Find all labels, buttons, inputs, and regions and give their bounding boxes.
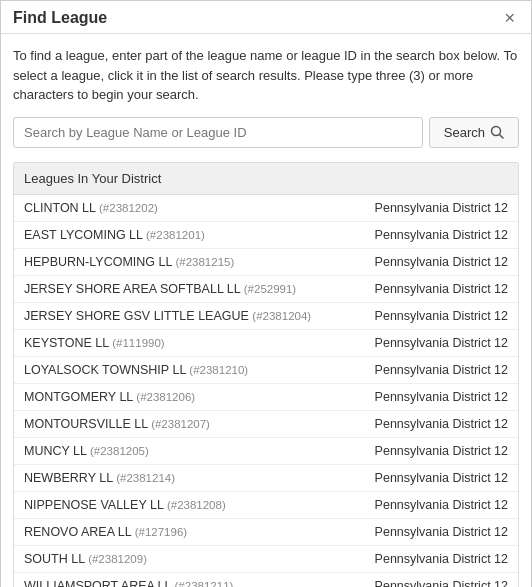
- league-id: (#2381202): [99, 202, 158, 214]
- league-name: JERSEY SHORE AREA SOFTBALL LL (#252991): [24, 282, 296, 296]
- league-list: CLINTON LL (#2381202)Pennsylvania Distri…: [14, 195, 518, 588]
- league-name: NEWBERRY LL (#2381214): [24, 471, 175, 485]
- league-row[interactable]: JERSEY SHORE AREA SOFTBALL LL (#252991)P…: [14, 276, 518, 303]
- league-district: Pennsylvania District 12: [375, 579, 508, 588]
- league-id: (#2381201): [146, 229, 205, 241]
- find-league-dialog: Find League × To find a league, enter pa…: [0, 0, 532, 587]
- league-name: MONTGOMERY LL (#2381206): [24, 390, 195, 404]
- close-button[interactable]: ×: [500, 9, 519, 27]
- league-name: SOUTH LL (#2381209): [24, 552, 147, 566]
- league-district: Pennsylvania District 12: [375, 390, 508, 404]
- search-icon: [490, 125, 504, 139]
- league-name: MONTOURSVILLE LL (#2381207): [24, 417, 210, 431]
- dialog-header: Find League ×: [1, 1, 531, 34]
- search-input[interactable]: [13, 117, 423, 148]
- league-row[interactable]: LOYALSOCK TOWNSHIP LL (#2381210)Pennsylv…: [14, 357, 518, 384]
- league-id: (#127196): [135, 526, 187, 538]
- svg-line-1: [500, 135, 504, 139]
- league-id: (#2381205): [90, 445, 149, 457]
- league-id: (#2381210): [189, 364, 248, 376]
- dialog-title: Find League: [13, 9, 107, 27]
- dialog-body: To find a league, enter part of the leag…: [1, 34, 531, 587]
- league-row[interactable]: NEWBERRY LL (#2381214)Pennsylvania Distr…: [14, 465, 518, 492]
- league-id: (#2381206): [136, 391, 195, 403]
- league-row[interactable]: NIPPENOSE VALLEY LL (#2381208)Pennsylvan…: [14, 492, 518, 519]
- league-name: RENOVO AREA LL (#127196): [24, 525, 187, 539]
- league-row[interactable]: JERSEY SHORE GSV LITTLE LEAGUE (#2381204…: [14, 303, 518, 330]
- league-name: JERSEY SHORE GSV LITTLE LEAGUE (#2381204…: [24, 309, 311, 323]
- league-row[interactable]: MONTOURSVILLE LL (#2381207)Pennsylvania …: [14, 411, 518, 438]
- league-row[interactable]: HEPBURN-LYCOMING LL (#2381215)Pennsylvan…: [14, 249, 518, 276]
- league-id: (#2381211): [175, 580, 234, 588]
- league-district: Pennsylvania District 12: [375, 363, 508, 377]
- search-row: Search: [13, 117, 519, 148]
- league-row[interactable]: WILLIAMSPORT AREA LL (#2381211)Pennsylva…: [14, 573, 518, 588]
- league-name: CLINTON LL (#2381202): [24, 201, 158, 215]
- league-district: Pennsylvania District 12: [375, 552, 508, 566]
- league-district: Pennsylvania District 12: [375, 417, 508, 431]
- description-text: To find a league, enter part of the leag…: [13, 46, 519, 105]
- league-district: Pennsylvania District 12: [375, 228, 508, 242]
- section-header: Leagues In Your District: [14, 163, 518, 195]
- league-name: WILLIAMSPORT AREA LL (#2381211): [24, 579, 233, 588]
- league-row[interactable]: KEYSTONE LL (#111990)Pennsylvania Distri…: [14, 330, 518, 357]
- league-row[interactable]: RENOVO AREA LL (#127196)Pennsylvania Dis…: [14, 519, 518, 546]
- league-name: HEPBURN-LYCOMING LL (#2381215): [24, 255, 234, 269]
- league-name: LOYALSOCK TOWNSHIP LL (#2381210): [24, 363, 248, 377]
- results-area: Leagues In Your District CLINTON LL (#23…: [13, 162, 519, 588]
- league-name: KEYSTONE LL (#111990): [24, 336, 165, 350]
- league-id: (#2381209): [88, 553, 147, 565]
- search-button-label: Search: [444, 125, 485, 140]
- league-id: (#2381215): [175, 256, 234, 268]
- league-name: NIPPENOSE VALLEY LL (#2381208): [24, 498, 226, 512]
- league-district: Pennsylvania District 12: [375, 201, 508, 215]
- league-row[interactable]: SOUTH LL (#2381209)Pennsylvania District…: [14, 546, 518, 573]
- league-district: Pennsylvania District 12: [375, 255, 508, 269]
- league-district: Pennsylvania District 12: [375, 498, 508, 512]
- league-name: EAST LYCOMING LL (#2381201): [24, 228, 205, 242]
- league-id: (#2381207): [151, 418, 210, 430]
- league-district: Pennsylvania District 12: [375, 282, 508, 296]
- league-district: Pennsylvania District 12: [375, 444, 508, 458]
- league-name: MUNCY LL (#2381205): [24, 444, 149, 458]
- league-row[interactable]: CLINTON LL (#2381202)Pennsylvania Distri…: [14, 195, 518, 222]
- league-row[interactable]: EAST LYCOMING LL (#2381201)Pennsylvania …: [14, 222, 518, 249]
- league-row[interactable]: MUNCY LL (#2381205)Pennsylvania District…: [14, 438, 518, 465]
- league-id: (#252991): [244, 283, 296, 295]
- league-id: (#2381214): [116, 472, 175, 484]
- league-id: (#2381208): [167, 499, 226, 511]
- league-district: Pennsylvania District 12: [375, 336, 508, 350]
- league-row[interactable]: MONTGOMERY LL (#2381206)Pennsylvania Dis…: [14, 384, 518, 411]
- search-button[interactable]: Search: [429, 117, 519, 148]
- league-district: Pennsylvania District 12: [375, 525, 508, 539]
- league-id: (#111990): [112, 337, 164, 349]
- league-id: (#2381204): [252, 310, 311, 322]
- league-district: Pennsylvania District 12: [375, 309, 508, 323]
- league-district: Pennsylvania District 12: [375, 471, 508, 485]
